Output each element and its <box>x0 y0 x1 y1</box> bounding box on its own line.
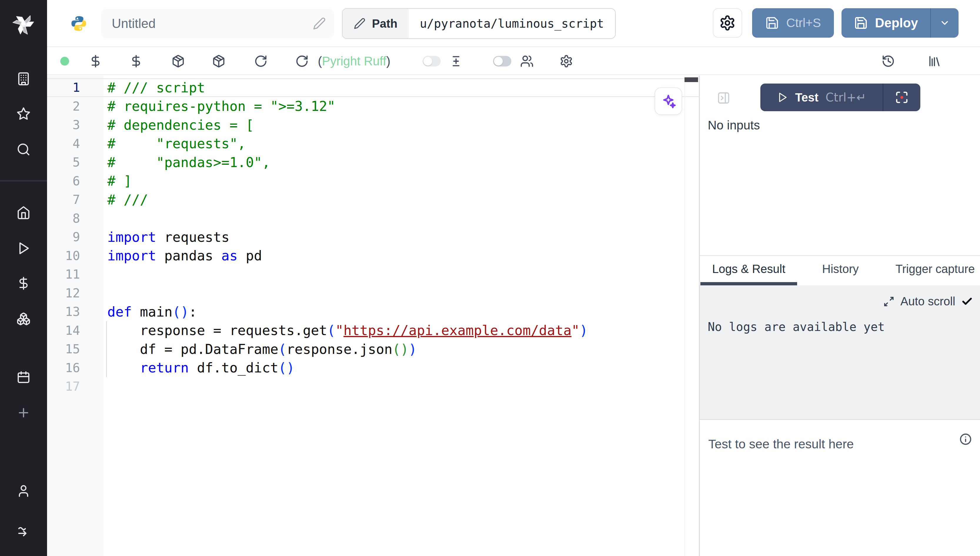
toggle-knob <box>494 57 503 66</box>
sidebar-item-favorites[interactable] <box>0 103 47 126</box>
status-dot <box>60 57 69 66</box>
add-variable-button[interactable] <box>89 55 102 68</box>
editor-scrollbar-thumb[interactable] <box>685 78 698 82</box>
python-language-icon <box>70 15 88 32</box>
add-resource-button[interactable] <box>171 55 185 68</box>
test-run[interactable]: Test Ctrl+↵ <box>760 84 883 111</box>
capture-test-button[interactable] <box>883 84 920 111</box>
sidebar-item-expand[interactable] <box>0 520 47 544</box>
add-resource-button-2[interactable] <box>212 55 226 68</box>
editor-settings-button[interactable] <box>559 55 573 68</box>
test-button[interactable]: Test Ctrl+↵ <box>760 84 920 111</box>
code-lines[interactable]: 1# /// script2# requires-python = ">=3.1… <box>47 78 699 396</box>
code-editor[interactable]: 1# /// script2# requires-python = ">=3.1… <box>47 76 699 556</box>
sidebar-item-schedules[interactable] <box>0 366 47 390</box>
add-variable-button-2[interactable] <box>129 55 143 68</box>
info-button[interactable] <box>959 432 972 446</box>
collapse-panel-button[interactable] <box>717 91 730 105</box>
logs-empty-text: No logs are available yet <box>708 320 885 334</box>
code-text: # requires-python = ">=3.12" <box>107 98 335 114</box>
tab-history[interactable]: History <box>810 256 870 285</box>
code-line[interactable]: 2# requires-python = ">=3.12" <box>47 97 699 116</box>
gear-icon <box>559 55 573 68</box>
path-label: Path <box>372 17 398 30</box>
focus-capture-icon <box>895 91 909 104</box>
deploy-dropdown[interactable] <box>931 8 959 38</box>
sidebar <box>0 0 47 556</box>
line-number: 16 <box>47 360 80 375</box>
history-icon <box>882 55 895 68</box>
multiplayer-toggle[interactable] <box>493 56 511 66</box>
code-line[interactable]: 9import requests <box>47 228 699 247</box>
code-line[interactable]: 14 response = requests.get("https://api.… <box>47 321 699 340</box>
diff-toggle[interactable] <box>422 56 441 66</box>
code-text: # "pandas>=1.0", <box>107 154 270 170</box>
user-icon <box>16 484 31 499</box>
sidebar-item-variables[interactable] <box>0 272 47 296</box>
code-text: response = requests.get("https://api.exa… <box>107 322 588 338</box>
line-number: 4 <box>47 136 80 151</box>
no-inputs-text: No inputs <box>708 118 760 133</box>
code-line[interactable]: 13def main(): <box>47 302 699 321</box>
sidebar-item-more[interactable] <box>0 402 47 425</box>
sidebar-item-account[interactable] <box>0 480 47 503</box>
tab-logs-result[interactable]: Logs & Result <box>700 256 797 285</box>
gear-icon <box>719 15 736 31</box>
line-number: 6 <box>47 174 80 188</box>
script-title: Untitled <box>112 16 156 31</box>
test-shortcut: Ctrl+↵ <box>825 91 866 104</box>
edit-title-pencil-icon[interactable] <box>313 17 326 30</box>
ai-assistant-button[interactable] <box>654 87 682 115</box>
code-line[interactable]: 10import pandas as pd <box>47 247 699 265</box>
dollar-icon <box>89 55 102 68</box>
code-line[interactable]: 16 return df.to_dict() <box>47 359 699 377</box>
code-line[interactable]: 4# "requests", <box>47 134 699 153</box>
code-line[interactable]: 6# ] <box>47 172 699 191</box>
sidebar-item-search[interactable] <box>0 138 47 162</box>
history-button[interactable] <box>882 55 895 68</box>
code-line[interactable]: 1# /// script <box>47 78 699 97</box>
deploy-label: Deploy <box>875 16 918 30</box>
line-number: 8 <box>47 211 80 226</box>
windmill-logo[interactable] <box>0 11 47 38</box>
code-line[interactable]: 3# dependencies = [ <box>47 116 699 134</box>
deploy-main[interactable]: Deploy <box>841 8 930 38</box>
code-text: # "requests", <box>107 136 246 152</box>
auto-scroll-control[interactable]: Auto scroll <box>883 295 973 308</box>
library-button[interactable] <box>928 55 941 68</box>
path-widget[interactable]: Path u/pyranota/luminous_script <box>342 8 616 39</box>
sidebar-item-resources[interactable] <box>0 308 47 331</box>
info-icon <box>959 432 972 446</box>
code-line[interactable]: 7# /// <box>47 190 699 209</box>
right-panel: Test Ctrl+↵ No inputs Logs & ResultHisto… <box>699 76 980 556</box>
code-line[interactable]: 12 <box>47 284 699 303</box>
code-line[interactable]: 17 <box>47 377 699 396</box>
code-line[interactable]: 11 <box>47 265 699 284</box>
editor-scrollbar-track <box>685 76 685 556</box>
code-line[interactable]: 15 df = pd.DataFrame(response.json()) <box>47 340 699 359</box>
reload-button[interactable] <box>254 55 268 68</box>
code-text: # dependencies = [ <box>107 117 254 133</box>
sidebar-item-runs[interactable] <box>0 237 47 261</box>
path-value[interactable]: u/pyranota/luminous_script <box>409 9 615 38</box>
save-button[interactable]: Ctrl+S <box>752 8 834 38</box>
reload-button-2[interactable] <box>295 55 309 68</box>
code-text: # ] <box>107 173 132 189</box>
rotate-icon <box>254 55 268 68</box>
settings-button[interactable] <box>713 8 742 38</box>
expand-arrow-icon <box>16 525 31 540</box>
check-icon <box>961 296 973 307</box>
library-icon <box>928 55 941 68</box>
sidebar-item-workspace[interactable] <box>0 68 47 91</box>
deploy-button[interactable]: Deploy <box>841 8 959 38</box>
logs-area: Auto scroll No logs are available yet <box>700 285 980 419</box>
script-title-field[interactable]: Untitled <box>101 9 334 38</box>
save-shortcut-label: Ctrl+S <box>786 16 821 30</box>
code-line[interactable]: 5# "pandas>=1.0", <box>47 153 699 172</box>
sidebar-item-home[interactable] <box>0 202 47 225</box>
line-number: 12 <box>47 286 80 301</box>
code-line[interactable]: 8 <box>47 209 699 228</box>
sidebar-divider <box>0 181 47 181</box>
auto-scroll-label: Auto scroll <box>900 295 955 308</box>
tab-trigger-capture[interactable]: Trigger capture <box>883 256 980 285</box>
